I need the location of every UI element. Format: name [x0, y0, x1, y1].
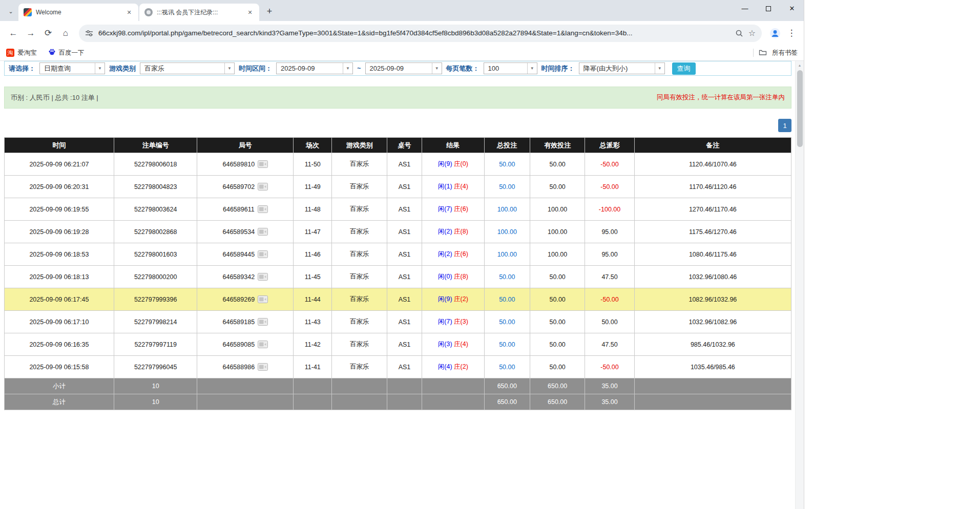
forward-button[interactable]: → [23, 25, 39, 41]
cell-bet-id: 522797997119 [114, 333, 197, 356]
footer-cell: 10 [114, 378, 197, 394]
video-replay-icon[interactable] [258, 228, 268, 236]
cell-result: 闲(2) 庄(6) [422, 243, 484, 266]
cell-table-no: AS1 [387, 288, 422, 311]
bookmark-label: 爱淘宝 [17, 49, 37, 57]
bet-record-table: 时间注单编号局号场次游戏类别桌号结果总投注有效投注总派彩备注 2025-09-0… [4, 137, 791, 410]
cell-time: 2025-09-09 06:18:53 [5, 243, 114, 266]
back-icon: ← [9, 28, 18, 38]
cell-total-bet[interactable]: 50.00 [484, 356, 530, 378]
footer-cell [634, 394, 791, 410]
lens-search-icon[interactable] [735, 29, 743, 37]
maximize-button[interactable] [757, 0, 780, 17]
tab-strip: ⌄ Welcome ✕ :::视讯 会员下注纪录::: ✕ + — ✕ [0, 0, 804, 21]
cell-time: 2025-09-09 06:15:58 [5, 356, 114, 378]
video-replay-icon[interactable] [258, 205, 268, 213]
scrollbar-thumb[interactable] [797, 70, 803, 147]
date-to-select[interactable]: 2025-09-09 ▼ [365, 62, 442, 74]
tab-close-icon[interactable]: ✕ [125, 8, 133, 16]
cell-total-bet[interactable]: 50.00 [484, 153, 530, 176]
page-button-1[interactable]: 1 [778, 119, 791, 132]
minimize-button[interactable]: — [733, 0, 757, 17]
cell-valid-bet: 100.00 [530, 221, 585, 243]
sort-order-select[interactable]: 降幂(由大到小) ▼ [579, 62, 665, 74]
currency-summary: 币别 : 人民币 | 总共 :10 注单 | [11, 93, 98, 102]
search-button[interactable]: 查询 [672, 62, 696, 75]
tab-search-button[interactable]: ⌄ [4, 5, 17, 18]
video-replay-icon[interactable] [258, 183, 268, 190]
query-mode-select[interactable]: 日期查询 ▼ [39, 62, 105, 74]
cell-total-bet[interactable]: 50.00 [484, 266, 530, 288]
table-row: 2025-09-09 06:17:45522797999396646589269… [5, 288, 791, 311]
cell-valid-bet: 50.00 [530, 266, 585, 288]
bookmark-star-icon[interactable]: ☆ [748, 28, 756, 38]
date-from-select[interactable]: 2025-09-09 ▼ [276, 62, 353, 74]
site-settings-icon[interactable] [85, 29, 93, 37]
cell-round-id: 646589269 [197, 288, 294, 311]
cell-round-id: 646589702 [197, 176, 294, 198]
video-replay-icon[interactable] [258, 363, 268, 371]
video-replay-icon[interactable] [258, 160, 268, 168]
cell-round-id: 646589085 [197, 333, 294, 356]
url-bar[interactable]: 66cxkj98.com/ipl/portal.php/game/betreco… [79, 25, 762, 42]
page-size-select[interactable]: 100 ▼ [484, 62, 537, 74]
tab-welcome[interactable]: Welcome ✕ [18, 4, 138, 21]
cell-total-bet[interactable]: 50.00 [484, 176, 530, 198]
person-icon [769, 28, 781, 39]
tab-title: :::视讯 会员下注纪录::: [157, 8, 242, 17]
browser-menu-button[interactable]: ⋮ [784, 28, 799, 38]
back-button[interactable]: ← [5, 25, 22, 41]
cell-remark: 985.46/1032.96 [634, 333, 791, 356]
cell-total-bet[interactable]: 50.00 [484, 288, 530, 311]
video-replay-icon[interactable] [258, 318, 268, 326]
cell-total-bet[interactable]: 50.00 [484, 311, 530, 333]
url-text[interactable]: 66cxkj98.com/ipl/portal.php/game/betreco… [98, 29, 730, 37]
cell-remark: 1035.46/985.46 [634, 356, 791, 378]
game-type-select[interactable]: 百家乐 ▼ [140, 62, 235, 74]
tab-bet-record[interactable]: :::视讯 会员下注纪录::: ✕ [139, 4, 259, 21]
cell-game-type: 百家乐 [332, 311, 387, 333]
column-header: 游戏类别 [332, 138, 387, 153]
footer-cell: 35.00 [585, 394, 634, 410]
video-replay-icon[interactable] [258, 273, 268, 281]
bookmark-aitaobao[interactable]: 淘 爱淘宝 [6, 49, 37, 57]
cell-time: 2025-09-09 06:17:10 [5, 311, 114, 333]
cell-session: 11-50 [294, 153, 332, 176]
chevron-down-icon: ▼ [527, 63, 537, 74]
close-window-button[interactable]: ✕ [780, 0, 804, 17]
column-header: 总投注 [484, 138, 530, 153]
footer-cell [294, 394, 332, 410]
bookmark-baidu[interactable]: 百度一下 [48, 48, 85, 57]
cell-valid-bet: 100.00 [530, 243, 585, 266]
cell-total-bet[interactable]: 100.00 [484, 221, 530, 243]
cell-total-bet[interactable]: 100.00 [484, 243, 530, 266]
cell-total-bet[interactable]: 100.00 [484, 198, 530, 221]
cell-remark: 1032.96/1080.46 [634, 266, 791, 288]
profile-avatar[interactable] [767, 25, 783, 41]
home-icon: ⌂ [63, 28, 68, 38]
chevron-down-icon: ▼ [224, 63, 234, 74]
cell-round-id: 646589611 [197, 198, 294, 221]
date-to-value: 2025-09-09 [366, 63, 432, 74]
site-favicon [144, 8, 153, 16]
column-header: 结果 [422, 138, 484, 153]
video-replay-icon[interactable] [258, 295, 268, 303]
cell-game-type: 百家乐 [332, 243, 387, 266]
vertical-scrollbar[interactable]: ▲ [795, 61, 804, 509]
all-bookmarks[interactable]: 所有书签 [753, 49, 798, 57]
scroll-up-arrow[interactable]: ▲ [796, 61, 804, 69]
refresh-button[interactable]: ⟳ [40, 25, 56, 41]
cell-payout: -100.00 [585, 198, 634, 221]
cell-bet-id: 522798004823 [114, 176, 197, 198]
valid-bet-notice: 同局有效投注，统一计算在该局第一张注单内 [657, 93, 785, 102]
video-replay-icon[interactable] [258, 341, 268, 348]
cell-session: 11-49 [294, 176, 332, 198]
tab-close-icon[interactable]: ✕ [246, 8, 254, 16]
cell-total-bet[interactable]: 50.00 [484, 333, 530, 356]
new-tab-button[interactable]: + [262, 4, 277, 18]
folder-icon [759, 49, 767, 57]
sort-label: 时间排序： [541, 64, 575, 73]
home-button[interactable]: ⌂ [57, 25, 74, 41]
range-separator: ~ [357, 65, 361, 72]
video-replay-icon[interactable] [258, 250, 268, 258]
